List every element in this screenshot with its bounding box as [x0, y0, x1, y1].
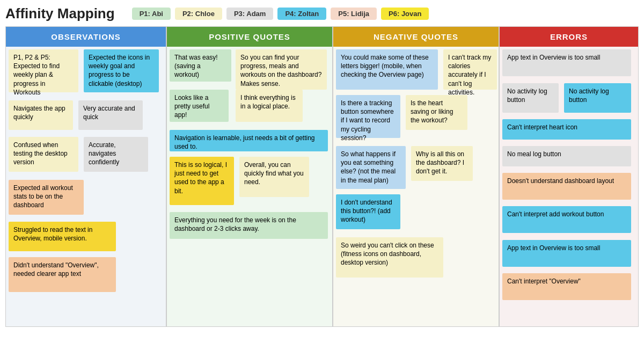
sticky-note: Doesn't understand dashboard layout: [502, 173, 631, 200]
sticky-note: So you can find your progress, meals and…: [236, 49, 327, 90]
sticky-note: Navigates the app quickly: [9, 100, 73, 130]
sticky-note: Is the heart saving or liking the workou…: [406, 95, 467, 130]
sticky-note: Confused when testing the desktop versio…: [9, 137, 78, 172]
participant-badge: P4: Zoltan: [277, 8, 326, 20]
positive-body: That was easy! (saving a workout)So you …: [167, 47, 332, 326]
sticky-note: No meal log button: [502, 146, 631, 166]
sticky-note: You could make some of these letters big…: [336, 49, 438, 90]
sticky-note: Looks like a pretty useful app!: [170, 90, 229, 122]
sticky-note: This is so logical, I just need to get u…: [170, 157, 234, 205]
sticky-note: No activity log button: [564, 83, 631, 113]
negative-body: You could make some of these letters big…: [333, 47, 499, 326]
sticky-note: I think everything is in a logical place…: [236, 90, 303, 122]
errors-body: App text in Overview is too smallNo acti…: [500, 47, 638, 326]
affinity-map-page: Affinity Mapping P1: AbiP2: ChloeP3: Ada…: [0, 0, 644, 350]
sticky-note: Is there a tracking button somewhere if …: [336, 95, 400, 138]
participant-badge: P3: Adam: [226, 8, 273, 20]
participants: P1: AbiP2: ChloeP3: AdamP4: ZoltanP5: Li…: [132, 8, 429, 20]
participant-badge: P5: Lidija: [331, 8, 377, 20]
sticky-note: Struggled to read the text in Overview, …: [9, 222, 116, 251]
sticky-note: I don't understand this button?! (add wo…: [336, 194, 400, 229]
sticky-note: App text in Overview is too small: [502, 240, 631, 267]
observations-header: OBSERVATIONS: [6, 27, 166, 47]
sticky-note: Navigation is learnable, just needs a bi…: [170, 130, 328, 151]
page-title: Affinity Mapping: [5, 5, 115, 22]
sticky-note: Expected all workout stats to be on the …: [9, 180, 84, 215]
participant-badge: P6: Jovan: [381, 8, 429, 20]
sticky-note: Can't interpret add workout button: [502, 206, 631, 233]
sticky-note: Can't interpret "Overview": [502, 273, 631, 300]
sticky-note: That was easy! (saving a workout): [170, 49, 231, 82]
sticky-note: App text in Overview is too small: [502, 49, 631, 76]
header: Affinity Mapping P1: AbiP2: ChloeP3: Ada…: [5, 5, 639, 22]
errors-column: ERRORS App text in Overview is too small…: [499, 26, 639, 327]
sticky-note: Everything you need for the week is on t…: [170, 212, 328, 239]
sticky-note: P1, P2 & P5: Expected to find weekly pla…: [9, 49, 78, 92]
negative-header: NEGATIVE QUOTES: [333, 27, 499, 47]
sticky-note: I can't track my calories accurately if …: [443, 49, 497, 90]
observations-column: OBSERVATIONS P1, P2 & P5: Expected to fi…: [5, 26, 166, 327]
participant-badge: P2: Chloe: [175, 8, 222, 20]
sticky-note: Didn't understand "Overview", needed cle…: [9, 257, 116, 292]
observations-body: P1, P2 & P5: Expected to find weekly pla…: [6, 47, 166, 326]
positive-column: POSITIVE QUOTES That was easy! (saving a…: [166, 26, 333, 327]
sticky-note: Can't interpret heart icon: [502, 119, 631, 140]
sticky-note: Why is all this on the dashboard? I don'…: [411, 146, 473, 181]
sticky-note: Very accurate and quick: [78, 100, 143, 130]
sticky-note: So what happens if you eat something els…: [336, 146, 406, 189]
negative-column: NEGATIVE QUOTES You could make some of t…: [333, 26, 499, 327]
sticky-note: Expected the icons in weekly goal and pr…: [84, 49, 159, 92]
sticky-note: No activity log button: [502, 83, 559, 113]
sticky-note: So weird you can't click on these (fitne…: [336, 237, 443, 278]
errors-header: ERRORS: [500, 27, 638, 47]
positive-header: POSITIVE QUOTES: [167, 27, 332, 47]
sticky-note: Accurate, navigates confidently: [84, 137, 148, 172]
participant-badge: P1: Abi: [132, 8, 171, 20]
columns-container: OBSERVATIONS P1, P2 & P5: Expected to fi…: [5, 26, 639, 327]
sticky-note: Overall, you can quickly find what you n…: [239, 157, 309, 197]
